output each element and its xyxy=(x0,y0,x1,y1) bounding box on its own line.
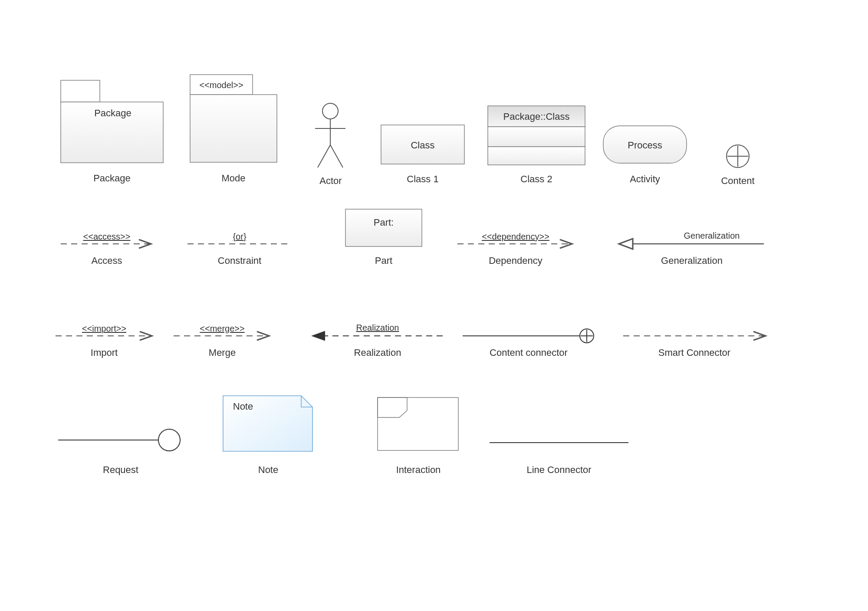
actor-shape xyxy=(315,103,345,168)
merge-label: Merge xyxy=(209,347,236,358)
constraint-label: Constraint xyxy=(218,255,261,266)
note-inner: Note xyxy=(233,401,253,412)
actor-label: Actor xyxy=(319,175,342,186)
import-tag: <<import>> xyxy=(82,324,126,333)
svg-point-31 xyxy=(158,429,180,451)
class2-label: Class 2 xyxy=(520,174,552,184)
mode-label: Mode xyxy=(221,173,245,184)
smart-connector-label: Smart Connector xyxy=(658,347,730,358)
svg-rect-0 xyxy=(61,80,100,102)
package-inner-label: Package xyxy=(94,108,132,118)
interaction-label: Interaction xyxy=(396,464,441,475)
part-shape: Part: xyxy=(345,209,422,246)
dependency-tag: <<dependency>> xyxy=(482,232,549,241)
svg-rect-19 xyxy=(345,209,422,246)
constraint-tag: {or} xyxy=(233,232,246,241)
svg-rect-12 xyxy=(488,147,585,165)
class2-shape: Package::Class xyxy=(488,106,585,165)
generalization-shape: Generalization xyxy=(619,231,764,244)
activity-label: Activity xyxy=(630,174,660,184)
mode-stereo: <<model>> xyxy=(199,80,243,90)
svg-rect-11 xyxy=(488,127,585,147)
class2-inner: Package::Class xyxy=(503,111,570,122)
access-label: Access xyxy=(92,255,122,266)
class1-inner: Class xyxy=(411,140,434,151)
svg-point-4 xyxy=(322,103,338,119)
request-shape xyxy=(58,429,180,451)
request-label: Request xyxy=(103,464,138,475)
merge-shape: <<merge>> xyxy=(174,324,269,336)
import-shape: <<import>> xyxy=(56,324,152,336)
import-label: Import xyxy=(91,347,118,358)
mode-shape: <<model>> xyxy=(190,75,277,162)
interaction-shape xyxy=(378,397,458,450)
content-shape xyxy=(727,145,749,168)
realization-tag: Realization xyxy=(356,323,399,332)
realization-label: Realization xyxy=(354,347,401,358)
svg-line-8 xyxy=(330,145,343,168)
realization-shape: Realization xyxy=(312,323,443,336)
line-connector-label: Line Connector xyxy=(526,464,591,475)
access-shape: <<access>> xyxy=(61,232,151,244)
generalization-tag: Generalization xyxy=(684,231,740,240)
note-label: Note xyxy=(258,464,278,475)
access-tag: <<access>> xyxy=(83,232,131,241)
svg-line-7 xyxy=(318,145,330,168)
content-label: Content xyxy=(721,175,754,186)
merge-tag: <<merge>> xyxy=(200,324,244,333)
class1-shape: Class xyxy=(381,125,464,164)
package-label: Package xyxy=(93,173,131,184)
dependency-label: Dependency xyxy=(489,255,542,266)
dependency-shape: <<dependency>> xyxy=(457,232,572,244)
class1-label: Class 1 xyxy=(407,174,438,184)
content-connector-label: Content connector xyxy=(490,347,568,358)
constraint-shape: {or} xyxy=(187,232,290,244)
content-connector-shape xyxy=(463,329,594,343)
activity-inner: Process xyxy=(628,140,662,151)
package-shape: Package xyxy=(61,80,163,163)
note-shape: Note xyxy=(223,396,312,451)
svg-rect-32 xyxy=(378,397,458,450)
part-inner: Part: xyxy=(374,217,394,228)
activity-shape: Process xyxy=(603,126,687,163)
svg-rect-3 xyxy=(190,95,277,162)
generalization-label: Generalization xyxy=(661,255,723,266)
part-label: Part xyxy=(375,255,392,266)
